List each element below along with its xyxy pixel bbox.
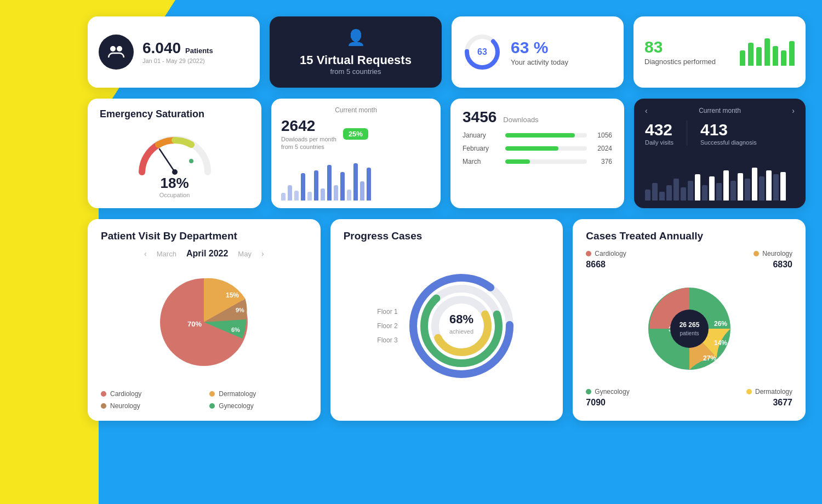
cta-legend-neurology-header: Neurology	[754, 250, 792, 257]
patients-number: 6.040	[142, 41, 181, 56]
cta-pie-area: 33% 26% 27% 14% 26 265 patients	[586, 279, 792, 378]
stats-dark-header: ‹ Current month ›	[645, 106, 795, 115]
dl-row-feb: February 2024	[463, 145, 612, 152]
svg-text:15%: 15%	[226, 291, 239, 299]
db-4	[666, 185, 672, 201]
pvd-next-arrow[interactable]: ›	[261, 249, 264, 258]
svg-text:patients: patients	[680, 330, 699, 336]
virtual-info: 15 Virtual Requests from 5 countries	[300, 53, 412, 76]
svg-text:68%: 68%	[449, 312, 473, 326]
diagnostics-number: 83	[644, 39, 716, 55]
cta-legend-top: Cardiology 8668 Neurology 6830	[586, 250, 792, 270]
cta-label-gynecology: Gynecology	[595, 388, 629, 396]
svg-point-26	[670, 310, 709, 348]
monthly-body: 2642 Dowloads per month from 5 countries…	[281, 117, 431, 150]
cta-pie-svg: 33% 26% 27% 14% 26 265 patients	[629, 279, 750, 378]
cta-legend-gynecology: Gynecology 7090	[586, 388, 629, 408]
cta-legend-bottom: Gynecology 7090 Dermatology 3677	[586, 388, 792, 408]
legend-gynecology: Gynecology	[209, 402, 307, 410]
cta-label-dermatology: Dermatology	[755, 388, 792, 396]
legend-dot-gynecology	[209, 403, 215, 409]
dl-bar-jan	[505, 133, 575, 138]
activity-info: 63 % Your activity today	[511, 38, 568, 66]
svg-text:achieved: achieved	[449, 328, 473, 335]
next-arrow[interactable]: ›	[792, 106, 795, 115]
legend-label-dermatology: Dermatology	[219, 390, 256, 398]
progress-title: Progress Cases	[344, 230, 423, 242]
cta-legend-gynecology-header: Gynecology	[586, 388, 629, 396]
svg-text:6%: 6%	[231, 327, 240, 333]
activity-percent: 63 %	[511, 38, 568, 57]
cta-dot-gynecology	[586, 389, 591, 394]
dl-bar-mar	[505, 159, 530, 164]
daily-visits-label: Daily visits	[645, 139, 673, 146]
pvd-pie: 70% 15% 9% 6%	[149, 267, 259, 377]
progress-rings: 68% achieved	[407, 271, 516, 381]
svg-point-0	[110, 46, 116, 51]
svg-text:26%: 26%	[714, 320, 727, 328]
diagnostics-info: 83 Diagnostics performed	[644, 39, 716, 66]
dl-val-mar: 376	[592, 158, 612, 165]
monthly-num-wrap: 2642 Dowloads per month from 5 countries	[281, 117, 336, 150]
virtual-icon: 👤	[346, 28, 366, 47]
pvd-legend: Cardiology Dermatology Neurology Gynecol…	[101, 390, 307, 410]
progress-body: Floor 1 Floor 2 Floor 3	[377, 251, 516, 410]
bar-7	[789, 41, 795, 66]
patients-sub: Jan 01 - May 29 (2022)	[142, 58, 213, 64]
svg-text:26 265: 26 265	[679, 321, 699, 329]
virtual-label: Virtual Requests	[317, 53, 412, 67]
cta-dot-cardiology	[586, 251, 591, 256]
activity-donut: 63	[463, 32, 502, 72]
pvd-prev-month[interactable]: March	[157, 250, 176, 258]
prev-arrow[interactable]: ‹	[645, 106, 648, 115]
pvd-next-month[interactable]: May	[238, 250, 252, 258]
downloads-card: 3456 Downloads January 1056 February 202…	[450, 99, 624, 208]
cta-label-neurology: Neurology	[762, 250, 792, 257]
floor-1-label: Floor 1	[377, 308, 397, 316]
bar-1	[740, 50, 745, 66]
floor-2-label: Floor 2	[377, 322, 397, 330]
dl-header: 3456 Downloads	[463, 108, 612, 126]
svg-point-1	[117, 46, 122, 51]
db-9	[702, 185, 707, 201]
cta-num-dermatology: 3677	[773, 398, 792, 408]
cta-dot-neurology	[754, 251, 759, 256]
svg-text:70%: 70%	[187, 320, 202, 328]
emergency-card: Emergency Saturation 18%	[88, 99, 261, 208]
db-12	[723, 170, 729, 201]
virtual-sub: from 5 countries	[300, 67, 412, 76]
dl-number: 3456	[463, 108, 496, 126]
diagnostics-card: 83 Diagnostics performed	[633, 16, 806, 88]
db-1	[645, 190, 650, 201]
svg-line-5	[159, 149, 175, 172]
dark-bar-chart	[645, 170, 795, 201]
pvd-current-month: April 2022	[186, 249, 228, 259]
monthly-card: Current month 2642 Dowloads per month fr…	[271, 99, 441, 208]
dl-bar-wrap-feb	[505, 146, 587, 151]
cta-legend-neurology: Neurology 6830	[754, 250, 792, 270]
diagnostics-label: Diagnostics performed	[644, 58, 716, 66]
db-8	[695, 174, 700, 201]
db-15	[745, 179, 750, 201]
daily-visits-num: 432	[645, 121, 673, 139]
stats-dark-card: ‹ Current month › 432 Daily visits 413 S…	[634, 99, 806, 208]
svg-text:9%: 9%	[236, 307, 244, 313]
pvd-prev-arrow[interactable]: ‹	[144, 249, 147, 258]
progress-card: Progress Cases Floor 1 Floor 2 Floor 3	[330, 219, 563, 421]
diagnostics-bars	[740, 38, 795, 66]
db-17	[759, 176, 764, 201]
virtual-number: 15 Virtual Requests	[300, 53, 412, 67]
pvd-pie-area: 70% 15% 9% 6%	[101, 267, 307, 377]
db-20	[780, 172, 786, 201]
cta-dot-dermatology	[746, 389, 752, 394]
floor-labels: Floor 1 Floor 2 Floor 3	[377, 308, 397, 344]
activity-label: Your activity today	[511, 58, 568, 66]
row-2: Emergency Saturation 18%	[88, 99, 806, 208]
row-3: Patient Visit By Department ‹ March Apri…	[88, 219, 806, 421]
cta-legend-cardiology-header: Cardiology	[586, 250, 626, 257]
dl-row-mar: March 376	[463, 158, 612, 165]
pvd-title: Patient Visit By Department	[101, 230, 307, 242]
row-1: 6.040 Patients Jan 01 - May 29 (2022) 👤 …	[88, 16, 806, 88]
svg-point-6	[172, 169, 178, 175]
dl-val-feb: 2024	[592, 145, 612, 152]
